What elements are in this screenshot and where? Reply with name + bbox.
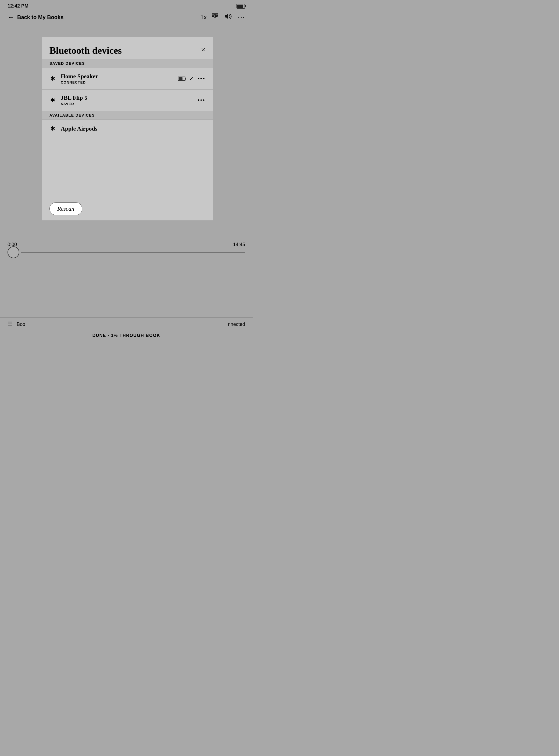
home-speaker-info: Home Speaker CONNECTED <box>61 73 178 84</box>
bluetooth-icon-home-speaker: ✱ <box>49 75 56 82</box>
header-controls: 1x ··· <box>200 13 245 22</box>
more-options-icon[interactable]: ··· <box>238 13 245 22</box>
jbl-info: JBL Flip 5 SAVED <box>61 94 198 106</box>
back-button[interactable]: ← Back to My Books <box>7 13 63 22</box>
bluetooth-modal: Bluetooth devices × SAVED DEVICES ✱ Home… <box>42 37 213 221</box>
saved-devices-header: SAVED DEVICES <box>42 59 213 68</box>
time-labels: 0:00 14:45 <box>7 242 245 247</box>
svg-rect-0 <box>212 14 215 15</box>
modal-title: Bluetooth devices <box>49 45 122 56</box>
jbl-more-button[interactable]: ••• <box>198 97 205 104</box>
speed-button[interactable]: 1x <box>200 14 207 21</box>
home-speaker-actions: ✓ ••• <box>178 75 205 82</box>
svg-rect-1 <box>212 15 214 16</box>
bottom-connected-label: nnected <box>228 322 245 327</box>
close-button[interactable]: × <box>201 46 205 53</box>
bluetooth-icon-jbl: ✱ <box>49 97 56 104</box>
jbl-name: JBL Flip 5 <box>61 94 198 101</box>
bluetooth-icon-airpods: ✱ <box>49 125 56 132</box>
modal-footer: Rescan <box>42 197 213 221</box>
status-time: 12:42 PM <box>7 3 28 9</box>
svg-rect-2 <box>212 17 215 18</box>
footer-text: DUNE · 1% THROUGH BOOK <box>0 333 253 338</box>
jbl-actions: ••• <box>198 97 205 104</box>
jbl-status: SAVED <box>61 102 198 106</box>
volume-icon[interactable] <box>224 13 233 22</box>
bottom-book-label: Boo <box>17 322 25 327</box>
progress-track <box>21 252 245 253</box>
home-speaker-more-button[interactable]: ••• <box>198 75 205 82</box>
device-row-airpods: ✱ Apple Airpods <box>42 120 213 138</box>
available-devices-header: AVAILABLE DEVICES <box>42 111 213 120</box>
progress-bar[interactable] <box>7 250 245 255</box>
back-arrow-icon: ← <box>7 13 15 22</box>
battery-icon <box>237 4 245 8</box>
home-speaker-battery-icon <box>178 76 185 81</box>
device-row-jbl: ✱ JBL Flip 5 SAVED ••• <box>42 89 213 111</box>
header: ← Back to My Books 1x ··· <box>0 11 253 26</box>
svg-rect-3 <box>215 14 218 15</box>
chapters-icon[interactable] <box>211 13 219 22</box>
svg-rect-4 <box>215 15 218 16</box>
home-speaker-connected-check: ✓ <box>189 75 194 82</box>
airpods-info: Apple Airpods <box>61 125 205 132</box>
chapters-list-icon[interactable]: ☰ <box>7 321 13 328</box>
svg-marker-6 <box>225 14 228 19</box>
airpods-name: Apple Airpods <box>61 125 205 132</box>
device-row-home-speaker: ✱ Home Speaker CONNECTED ✓ ••• <box>42 68 213 89</box>
progress-thumb[interactable] <box>7 246 19 258</box>
rescan-button[interactable]: Rescan <box>49 202 82 215</box>
bottom-bar: ☰ Boo nnected <box>0 317 253 331</box>
svg-rect-5 <box>215 17 218 18</box>
status-bar: 12:42 PM <box>0 0 253 11</box>
modal-empty-space <box>42 138 213 197</box>
back-label: Back to My Books <box>17 14 63 20</box>
home-speaker-status: CONNECTED <box>61 80 178 84</box>
modal-header: Bluetooth devices × <box>42 37 213 59</box>
time-end: 14:45 <box>233 242 245 247</box>
progress-section: 0:00 14:45 <box>0 242 253 255</box>
home-speaker-name: Home Speaker <box>61 73 178 80</box>
